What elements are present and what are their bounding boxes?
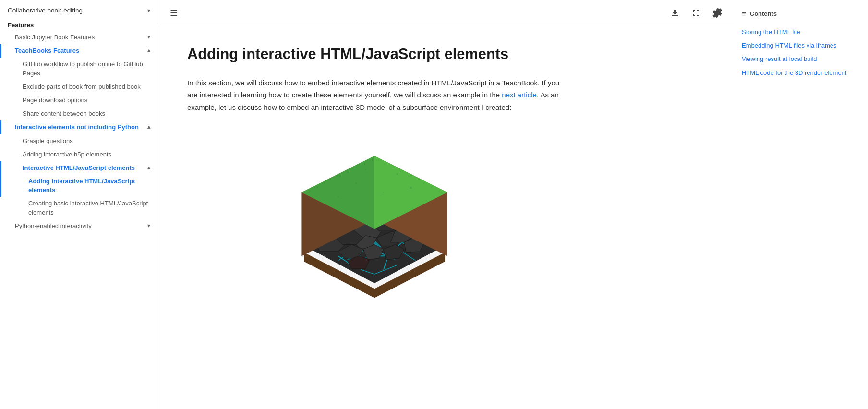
sidebar-label-creating-basic: Creating basic interactive HTML/JavaScri…: [28, 199, 150, 217]
sidebar-label-adding-interactive: Adding interactive HTML/JavaScript eleme…: [28, 177, 150, 194]
chevron-up-icon-interactive: ▴: [147, 123, 150, 131]
toc-list-icon: ≡: [742, 10, 746, 18]
download-icon[interactable]: [668, 6, 682, 20]
sidebar-item-h5p[interactable]: Adding interactive h5p elements: [0, 148, 158, 161]
sidebar-label-share-content: Share content between books: [23, 109, 150, 118]
sidebar-item-label: Collaborative book-editing: [8, 7, 83, 14]
page-title: Adding interactive HTML/JavaScript eleme…: [187, 46, 562, 63]
sidebar-item-interactive-elements[interactable]: Interactive elements not including Pytho…: [0, 120, 158, 134]
toc-item-viewing-result[interactable]: Viewing result at local build: [742, 52, 860, 66]
sidebar-item-collaborative[interactable]: Collaborative book-editing ▾: [0, 4, 158, 17]
content-body: Adding interactive HTML/JavaScript eleme…: [158, 26, 591, 340]
chevron-down-icon: ▾: [147, 7, 150, 14]
svg-point-40: [355, 182, 357, 184]
sidebar-label-python-interactivity: Python-enabled interactivity: [15, 222, 147, 230]
sidebar-item-exclude-parts[interactable]: Exclude parts of book from published boo…: [0, 80, 158, 94]
sidebar-item-interactive-html-js[interactable]: Interactive HTML/JavaScript elements ▴: [0, 161, 158, 175]
sidebar-label-github-workflow: GitHub workflow to publish online to Git…: [23, 60, 150, 77]
toc-item-html-code-3d[interactable]: HTML code for the 3D render element: [742, 66, 860, 80]
toolbar-right: [668, 6, 724, 20]
toc-label: Contents: [750, 10, 777, 17]
sidebar-item-github-workflow[interactable]: GitHub workflow to publish online to Git…: [0, 58, 158, 80]
3d-model-container: [283, 129, 466, 301]
expand-icon[interactable]: [689, 6, 703, 20]
sidebar-label-exclude-parts: Exclude parts of book from published boo…: [23, 83, 150, 91]
svg-point-45: [365, 169, 366, 170]
chevron-down-icon-python: ▾: [147, 222, 150, 230]
toc-title: ≡ Contents: [742, 10, 860, 18]
intro-paragraph: In this section, we will discuss how to …: [187, 77, 562, 114]
sidebar-label-page-download: Page download options: [23, 96, 150, 105]
sidebar-item-share-content[interactable]: Share content between books: [0, 107, 158, 120]
chevron-down-icon-basic: ▾: [147, 33, 150, 41]
sidebar-label-h5p: Adding interactive h5p elements: [23, 150, 150, 159]
toc-panel: ≡ Contents Storing the HTML fileEmbeddin…: [734, 0, 868, 409]
toc-item-embedding-html[interactable]: Embedding HTML files via iframes: [742, 39, 860, 52]
features-section-label: Features: [0, 17, 158, 31]
settings-icon[interactable]: [711, 6, 724, 20]
sidebar-item-page-download[interactable]: Page download options: [0, 94, 158, 107]
toolbar-left: ☰: [168, 6, 180, 20]
sidebar-item-python-interactivity[interactable]: Python-enabled interactivity ▾: [0, 219, 158, 233]
sidebar-label-basic-jupyter: Basic Jupyter Book Features: [15, 33, 147, 42]
toc-items-list: Storing the HTML fileEmbedding HTML file…: [742, 25, 860, 80]
sidebar-item-teachbooks[interactable]: TeachBooks Features ▴: [0, 44, 158, 58]
svg-point-44: [383, 192, 384, 193]
hamburger-menu-icon[interactable]: ☰: [168, 6, 180, 20]
main-toolbar: ☰: [158, 0, 734, 26]
sidebar-label-grasple: Grasple questions: [23, 137, 150, 145]
svg-point-41: [397, 174, 398, 175]
sidebar-item-basic-jupyter[interactable]: Basic Jupyter Book Features ▾: [0, 31, 158, 44]
sidebar-item-creating-basic[interactable]: Creating basic interactive HTML/JavaScri…: [0, 197, 158, 219]
sidebar: Collaborative book-editing ▾ Features Ba…: [0, 0, 158, 409]
next-article-link[interactable]: next article: [502, 91, 537, 99]
3d-terrain-svg: [283, 129, 466, 301]
sidebar-label-interactive-html-js: Interactive HTML/JavaScript elements: [23, 164, 147, 172]
main-content-area: ☰ Adding interactive HTML/JavaScript ele…: [158, 0, 734, 409]
sidebar-label-teachbooks: TeachBooks Features: [15, 47, 147, 55]
svg-point-42: [338, 196, 339, 198]
svg-point-43: [410, 187, 412, 189]
chevron-up-icon-teachbooks: ▴: [147, 47, 150, 55]
sidebar-item-grasple[interactable]: Grasple questions: [0, 134, 158, 148]
sidebar-label-interactive-elements: Interactive elements not including Pytho…: [15, 123, 147, 132]
chevron-up-icon-html-js: ▴: [147, 164, 150, 172]
toc-item-storing-html[interactable]: Storing the HTML file: [742, 25, 860, 39]
sidebar-item-adding-interactive[interactable]: Adding interactive HTML/JavaScript eleme…: [0, 175, 158, 197]
